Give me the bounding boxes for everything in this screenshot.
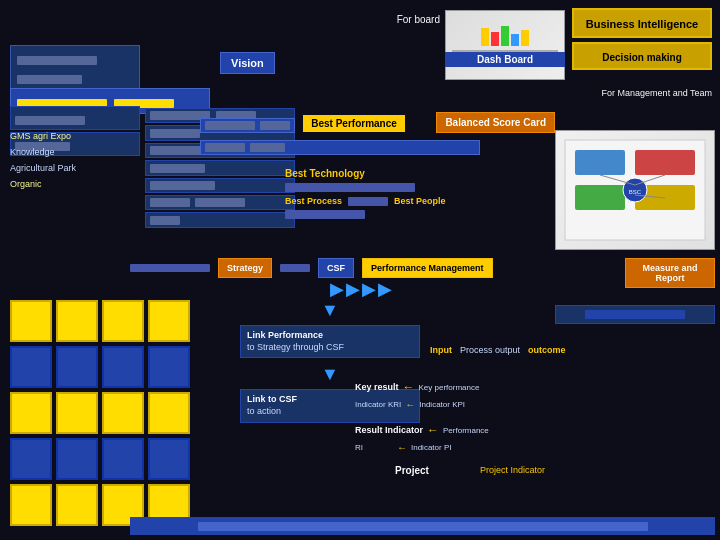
bar2 [491, 32, 499, 46]
mid-item-6 [145, 195, 295, 210]
indicator-kri-label: Indicator KRI [355, 400, 401, 409]
best-performance-label: Best Performance [303, 115, 405, 132]
key-result-label: Key result [355, 382, 399, 392]
yellow-sq-7 [102, 392, 144, 434]
strategy-left-thai [130, 264, 210, 273]
sub-ph-1 [15, 116, 85, 125]
best-technology-label: Best Technology [285, 168, 495, 179]
arrow-kri: ← [403, 380, 415, 394]
svg-rect-2 [635, 150, 695, 175]
big-arrows: ▶▶▶▶ [330, 278, 394, 300]
process-output-label: Process output [460, 345, 520, 355]
yellow-sq-3 [102, 300, 144, 342]
bsc-svg: BSC [560, 135, 710, 245]
dashboard-label: Dash Board [445, 52, 565, 67]
right-indicator-area [555, 305, 715, 324]
mid-ph-3 [150, 129, 200, 138]
sub-thai-1 [15, 116, 85, 125]
strategy-mid-thai [280, 264, 310, 273]
kri-spacer [355, 415, 555, 423]
grid-row-2 [10, 346, 230, 388]
link-performance-title: Link Performance [247, 330, 413, 342]
ri-row-2: RI ← Indicator PI [355, 442, 555, 453]
bar1 [481, 28, 489, 46]
blue-sq-1 [10, 346, 52, 388]
yellow-sq-9 [10, 484, 52, 526]
bar3 [501, 26, 509, 46]
mid-ph-6 [150, 181, 215, 190]
csf-box: CSF [318, 258, 354, 278]
measure-report-label: Measure and Report [642, 263, 697, 283]
ri-row-1: Result Indicator ← Performance [355, 423, 555, 437]
org-gms: GMS agri Expo [10, 130, 130, 142]
svg-text:BSC: BSC [629, 189, 642, 195]
right-indicator-box [555, 305, 715, 324]
project-label: Project [395, 465, 429, 476]
project-indicator: Project Indicator [480, 465, 545, 475]
svg-rect-1 [575, 150, 625, 175]
grid-row-3 [10, 392, 230, 434]
thai-best-2 [200, 140, 480, 155]
arrow-pi: ← [397, 442, 407, 453]
blue-sq-6 [56, 438, 98, 480]
performance-management-box: Performance Management [362, 258, 493, 278]
blue-sq-3 [102, 346, 144, 388]
thai-text-1 [17, 55, 97, 83]
blue-sq-2 [56, 346, 98, 388]
project-indicator-text: Project Indicator [480, 465, 545, 475]
mid-ph-5 [150, 164, 205, 173]
org-agri: Agricultural Park [10, 162, 130, 174]
perf-mgmt-label: Performance Management [371, 263, 484, 273]
thai-best-ph4 [250, 143, 285, 152]
thai-placeholder-1 [17, 56, 97, 65]
bi-title: Business Intelligence [586, 18, 698, 30]
blue-sq-4 [148, 346, 190, 388]
balanced-score-card-box: Balanced Score Card [436, 112, 555, 133]
strategy-box: Strategy [218, 258, 272, 278]
mid-item-5 [145, 178, 295, 193]
right-ind-ph [585, 310, 685, 319]
outcome-label: outcome [528, 345, 566, 355]
grid-row-1 [10, 300, 230, 342]
mid-ph-8 [195, 198, 245, 207]
kri-row-2: Indicator KRI ← Indicator KPI [355, 399, 555, 410]
best-pp-thai [285, 209, 495, 218]
arrow-kpi: ← [405, 399, 415, 410]
input-label: Input [430, 345, 452, 355]
left-thai-section [10, 45, 140, 91]
thai-block-1 [10, 45, 140, 89]
kri-section: Key result ← Key performance Indicator K… [355, 380, 555, 458]
project-text: Project [395, 465, 429, 476]
link-performance-box: Link Performance to Strategy through CSF [240, 325, 420, 358]
decision-text: Decision making [602, 52, 681, 63]
indicator-pi-label: Indicator PI [411, 443, 451, 452]
bsc-image-area: BSC [555, 130, 715, 250]
link-performance-sub: to Strategy through CSF [247, 342, 344, 352]
strat-ph1 [130, 264, 210, 272]
mid-ph-7 [150, 198, 190, 207]
best-tech-sub-ph [285, 183, 415, 192]
org-knowledge: Knowledge [10, 146, 130, 158]
yellow-sq-6 [56, 392, 98, 434]
mid-ph-9 [150, 216, 180, 225]
best-people-label: Best People [394, 196, 446, 206]
bsc-image-inner: BSC [556, 131, 714, 249]
yellow-sq-8 [148, 392, 190, 434]
best-process-label: Best Process [285, 196, 342, 206]
for-management-text: For Management and Team [602, 88, 712, 98]
thai-best-ph2 [260, 121, 290, 130]
thai-best-1 [200, 118, 295, 133]
yellow-sq-5 [10, 392, 52, 434]
best-proc-sub [348, 196, 388, 206]
result-indicator-label: Result Indicator [355, 425, 423, 435]
kri-row-1: Key result ← Key performance [355, 380, 555, 394]
thai-best-ph1 [205, 121, 255, 130]
indicator-kpi-label: Indicator KPI [419, 400, 465, 409]
yellow-sq-1 [10, 300, 52, 342]
thai-best-ph3 [205, 143, 245, 152]
yellow-sq-2 [56, 300, 98, 342]
yellow-sq-10 [56, 484, 98, 526]
link-csf-sub: to action [247, 406, 281, 416]
chart-row1 [481, 26, 529, 46]
yellow-sq-4 [148, 300, 190, 342]
